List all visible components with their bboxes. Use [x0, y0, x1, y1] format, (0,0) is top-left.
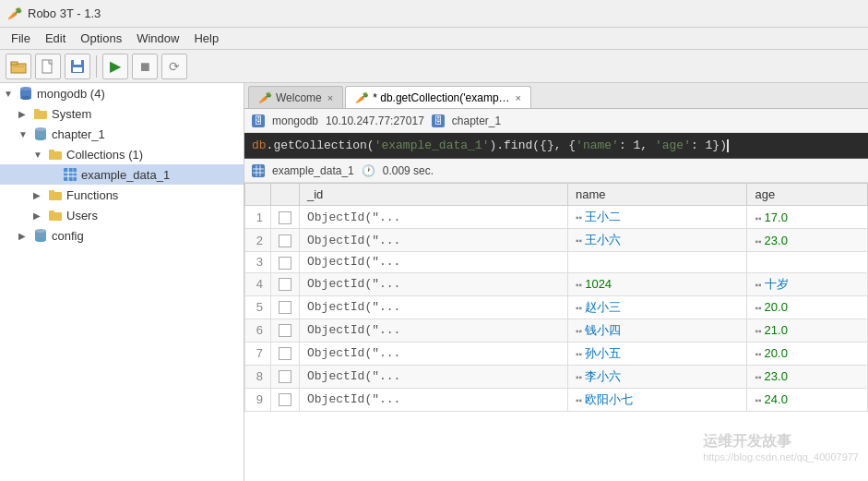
table-row[interactable]: 4ObjectId("...▪▪1024▪▪十岁: [245, 272, 868, 295]
table-row[interactable]: 1ObjectId("...▪▪王小二▪▪17.0: [245, 206, 868, 229]
title-text: Robo 3T - 1.3: [28, 6, 101, 20]
menu-file[interactable]: File: [4, 30, 38, 47]
tree-label-functions: Functions: [66, 188, 118, 202]
tree-arrow-users: ▶: [33, 210, 48, 221]
cell-age: ▪▪21.0: [747, 319, 868, 342]
open-folder-btn[interactable]: [6, 54, 31, 79]
conn-db-name: mongodb: [272, 114, 318, 127]
table-row[interactable]: 2ObjectId("...▪▪王小六▪▪23.0: [245, 229, 868, 252]
cell-rownum: 2: [245, 229, 271, 252]
tab-query[interactable]: 🥕* db.getCollection('examp…×: [345, 86, 531, 108]
cell-age: [747, 252, 868, 273]
data-table[interactable]: _id name age 1ObjectId("...▪▪王小二▪▪17.02O…: [244, 183, 868, 481]
cell-age: ▪▪23.0: [747, 229, 868, 252]
cell-checkbox[interactable]: [271, 272, 300, 295]
db-icon-1: 🗄: [252, 114, 265, 127]
cell-checkbox[interactable]: [271, 252, 300, 273]
tab-close-query[interactable]: ×: [516, 92, 521, 103]
tree-icon-collections: [48, 147, 63, 162]
query-text: db.getCollection('example_data_1').find(…: [252, 138, 729, 152]
tree-label-example_data_1: example_data_1: [81, 168, 170, 182]
save-btn[interactable]: [65, 54, 90, 79]
cell-age: ▪▪十岁: [747, 272, 868, 295]
menu-edit[interactable]: Edit: [38, 30, 73, 47]
sidebar-item-example_data_1[interactable]: example_data_1: [0, 164, 244, 185]
svg-rect-5: [74, 60, 81, 65]
cell-checkbox[interactable]: [271, 229, 300, 252]
cell-checkbox[interactable]: [271, 295, 300, 319]
svg-rect-11: [34, 109, 40, 113]
stop-btn[interactable]: ⏹: [132, 54, 158, 79]
tree-icon-functions: [48, 187, 63, 202]
svg-point-8: [20, 87, 31, 90]
sidebar-item-mongodb[interactable]: ▼mongodb (4): [0, 83, 244, 103]
svg-rect-1: [11, 62, 18, 65]
cell-id: ObjectId("...: [300, 342, 568, 365]
svg-rect-23: [49, 190, 54, 194]
col-checkbox: [271, 184, 300, 206]
tree-icon-system: [33, 106, 48, 121]
menu-help[interactable]: Help: [186, 30, 226, 47]
sidebar-item-users[interactable]: ▶Users: [0, 205, 244, 225]
sidebar-item-config[interactable]: ▶config: [0, 225, 244, 246]
new-file-btn[interactable]: [35, 54, 61, 79]
menu-bar: FileEditOptionsWindowHelp: [0, 28, 868, 50]
sidebar-item-functions[interactable]: ▶Functions: [0, 185, 244, 205]
cell-id: ObjectId("...: [300, 388, 568, 411]
results-timing: 0.009 sec.: [383, 164, 434, 177]
tree-arrow-functions: ▶: [33, 190, 48, 200]
cell-name: ▪▪王小六: [568, 229, 747, 252]
tab-close-welcome[interactable]: ×: [327, 92, 333, 103]
tree-arrow-system: ▶: [18, 109, 33, 119]
refresh-btn[interactable]: ⟳: [161, 54, 187, 79]
cell-name: ▪▪钱小四: [568, 319, 747, 342]
cell-checkbox[interactable]: [271, 319, 300, 342]
results-table: _id name age 1ObjectId("...▪▪王小二▪▪17.02O…: [244, 183, 868, 412]
svg-rect-29: [253, 165, 264, 176]
results-bar: example_data_1 🕐 0.009 sec.: [244, 159, 868, 183]
table-row[interactable]: 6ObjectId("...▪▪钱小四▪▪21.0: [245, 319, 868, 342]
cell-checkbox[interactable]: [271, 342, 300, 365]
cell-rownum: 4: [245, 272, 271, 295]
table-row[interactable]: 7ObjectId("...▪▪孙小五▪▪20.0: [245, 342, 868, 365]
svg-point-28: [35, 238, 46, 242]
table-row[interactable]: 3ObjectId("...: [245, 252, 868, 273]
cell-name: ▪▪欧阳小七: [568, 388, 747, 411]
tab-welcome[interactable]: 🥕Welcome×: [248, 86, 343, 108]
run-btn[interactable]: ▶: [102, 54, 128, 79]
cell-rownum: 8: [245, 365, 271, 388]
cell-id: ObjectId("...: [300, 365, 568, 388]
cell-name: ▪▪1024: [568, 272, 747, 295]
table-row[interactable]: 5ObjectId("...▪▪赵小三▪▪20.0: [245, 295, 868, 319]
svg-rect-6: [73, 67, 82, 72]
tree-arrow-chapter_1: ▼: [18, 129, 33, 139]
cell-checkbox[interactable]: [271, 365, 300, 388]
tab-label-query: * db.getCollection('examp…: [373, 91, 509, 104]
table-header: _id name age: [245, 184, 868, 206]
results-table-name: example_data_1: [272, 164, 354, 177]
sidebar-item-system[interactable]: ▶System: [0, 103, 244, 124]
main-layout: ▼mongodb (4)▶System▼chapter_1▼Collection…: [0, 83, 868, 481]
menu-window[interactable]: Window: [129, 30, 186, 47]
tree-label-collections: Collections (1): [66, 148, 143, 162]
cell-age: ▪▪20.0: [747, 295, 868, 319]
cell-id: ObjectId("...: [300, 272, 568, 295]
cell-rownum: 9: [245, 388, 271, 411]
tree-label-users: Users: [66, 209, 98, 222]
sidebar-item-chapter_1[interactable]: ▼chapter_1: [0, 124, 244, 144]
cell-checkbox[interactable]: [271, 206, 300, 229]
cell-name: [568, 252, 747, 273]
menu-options[interactable]: Options: [73, 30, 129, 47]
svg-rect-16: [49, 150, 54, 153]
table-row[interactable]: 9ObjectId("...▪▪欧阳小七▪▪24.0: [245, 388, 868, 411]
tab-icon-query: 🥕: [355, 91, 369, 104]
conn-db-name2: chapter_1: [452, 114, 501, 127]
query-bar[interactable]: db.getCollection('example_data_1').find(…: [244, 133, 868, 159]
sidebar-item-collections[interactable]: ▼Collections (1): [0, 144, 244, 164]
cell-name: ▪▪李小六: [568, 365, 747, 388]
tree-arrow-mongodb: ▼: [4, 89, 18, 99]
svg-point-14: [35, 137, 46, 140]
tree-label-config: config: [52, 229, 84, 243]
table-row[interactable]: 8ObjectId("...▪▪李小六▪▪23.0: [245, 365, 868, 388]
cell-checkbox[interactable]: [271, 388, 300, 411]
